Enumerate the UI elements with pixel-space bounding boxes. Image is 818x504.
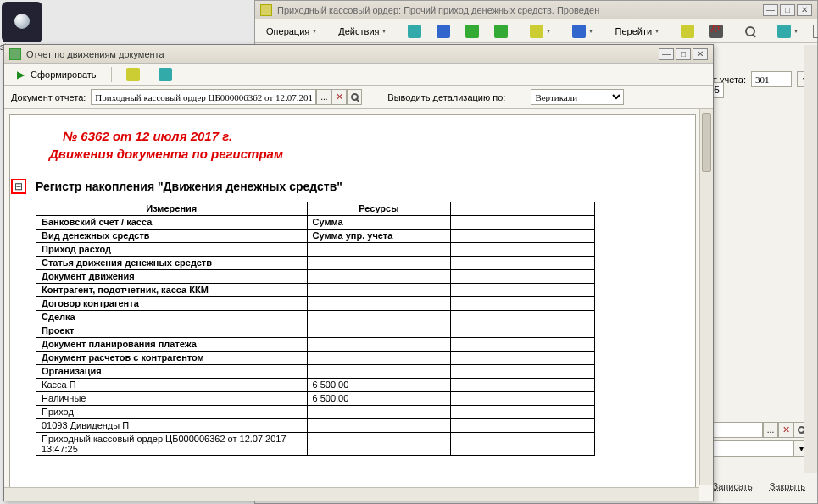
cash-order-scrollbar[interactable] [804, 45, 817, 473]
generate-button[interactable]: ▶ Сформировать [11, 66, 103, 83]
goto-menu[interactable]: Перейти [609, 24, 665, 39]
table-row: Документ планирования платежа [36, 338, 595, 352]
report-window: Отчет по движениям документа — □ ✕ ▶ Сфо… [3, 44, 714, 501]
report-titlebar[interactable]: Отчет по движениям документа — □ ✕ [4, 45, 713, 64]
cash-order-titlebar[interactable]: Приходный кассовый ордер: Прочий приход … [255, 1, 817, 19]
doc-icon [260, 4, 272, 16]
doc-clear[interactable]: ✕ [331, 89, 347, 105]
close-window-button[interactable]: Закрыть [765, 479, 810, 493]
tb-icon-4[interactable] [488, 22, 514, 41]
detail-select[interactable]: Вертикали [531, 89, 624, 105]
doc-input[interactable] [91, 89, 316, 105]
th-measurements: Измерения [36, 202, 308, 216]
doc-dots[interactable]: ... [316, 89, 331, 105]
actions-menu[interactable]: Действия [332, 24, 392, 39]
app-icon-graphic [14, 14, 30, 29]
table-row: Приход расход [36, 243, 595, 257]
register-table: Измерения Ресурсы Банковский счет / касс… [36, 202, 595, 456]
report-minimize[interactable]: — [659, 48, 674, 60]
financist-clear[interactable]: ✕ [778, 422, 793, 438]
table-row: Вид денежных средствСумма упр. учета [36, 230, 595, 243]
detail-label: Выводить детализацию по: [387, 92, 505, 102]
save-button[interactable]: Записать [708, 479, 758, 493]
table-row: Проект [36, 324, 595, 338]
cash-order-toolbar: Операция Действия Перейти Дт [255, 19, 817, 43]
table-row: Наличные6 500,00 [36, 392, 595, 406]
tb-icon-7[interactable] [675, 22, 700, 41]
desktop-app-icon[interactable] [2, 2, 42, 42]
report-maximize[interactable]: □ [676, 48, 691, 60]
report-heading-1: № 6362 от 12 июля 2017 г. [63, 129, 676, 143]
report-scrollbar-h[interactable] [4, 487, 699, 501]
tb-icon-9[interactable] [807, 22, 818, 41]
report-icon [9, 48, 21, 60]
tb-icon-2[interactable] [431, 22, 456, 41]
table-row: Документ расчетов с контрагентом [36, 352, 595, 365]
minimize-button[interactable]: — [763, 4, 778, 16]
tb-icon-5[interactable] [524, 22, 556, 41]
tb-icon-search[interactable] [739, 24, 761, 39]
table-row: Организация [36, 365, 595, 379]
report-params: Документ отчета: ... ✕ Выводить детализа… [4, 86, 713, 109]
table-row: Контрагент, подотчетник, касса ККМ [36, 284, 595, 297]
table-row: Касса П6 500,00 [36, 379, 595, 392]
tb-icon-6[interactable] [566, 22, 598, 41]
table-row: 01093 Дивиденды П [36, 419, 595, 433]
report-body: № 6362 от 12 июля 2017 г. Движения докум… [9, 114, 696, 494]
cash-order-title: Приходный кассовый ордер: Прочий приход … [277, 5, 599, 15]
account-input[interactable] [751, 71, 792, 87]
table-row: Договор контрагента [36, 297, 595, 311]
table-row: Сделка [36, 311, 595, 324]
table-row: Банковский счет / кассаСумма [36, 216, 595, 230]
report-heading-2: Движения документа по регистрам [49, 147, 676, 161]
table-row: Документ движения [36, 270, 595, 284]
tb-icon-3[interactable] [459, 22, 485, 41]
tb-report-icon-1[interactable] [120, 65, 146, 84]
th-resources: Ресурсы [307, 202, 451, 216]
th-blank [451, 202, 595, 216]
tb-icon-8[interactable] [771, 22, 804, 41]
doc-search[interactable] [347, 89, 362, 105]
collapse-toggle[interactable]: ⊟ [11, 179, 26, 194]
table-row: Приход [36, 406, 595, 419]
tb-icon-1[interactable] [402, 22, 427, 41]
doc-label: Документ отчета: [11, 92, 86, 102]
tb-report-icon-2[interactable] [153, 65, 178, 84]
table-row: Приходный кассовый ордер ЦБ000006362 от … [36, 433, 595, 456]
operation-menu[interactable]: Операция [260, 24, 322, 39]
report-title: Отчет по движениям документа [26, 49, 164, 59]
report-toolbar: ▶ Сформировать [4, 64, 713, 86]
register-title: Регистр накопления "Движения денежных ср… [36, 180, 676, 193]
maximize-button[interactable]: □ [780, 4, 795, 16]
report-scrollbar-v[interactable] [699, 109, 713, 485]
tb-icon-dk[interactable]: Дт [704, 22, 729, 41]
financist-dots[interactable]: ... [763, 422, 778, 438]
report-close[interactable]: ✕ [693, 48, 708, 60]
close-button[interactable]: ✕ [797, 4, 812, 16]
table-row: Статья движения денежных средств [36, 257, 595, 270]
